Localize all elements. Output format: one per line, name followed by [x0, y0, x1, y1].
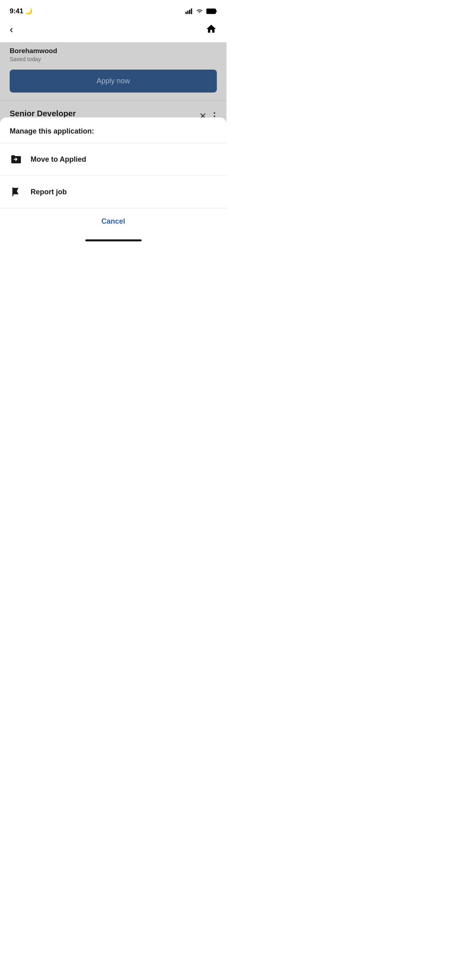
- report-job-icon: [10, 185, 23, 198]
- svg-rect-2: [189, 10, 190, 14]
- time-display: 9:41: [10, 7, 23, 15]
- svg-rect-3: [191, 8, 192, 14]
- cancel-label: Cancel: [101, 217, 125, 225]
- nav-bar: ‹: [0, 20, 226, 42]
- content-area: Borehamwood Saved today Apply now Senior…: [0, 42, 226, 245]
- status-icons: [185, 8, 217, 14]
- svg-rect-0: [185, 12, 187, 14]
- moon-icon: 🌙: [25, 8, 33, 15]
- svg-rect-5: [216, 10, 217, 12]
- partial-location: Borehamwood: [10, 47, 217, 55]
- home-button[interactable]: [206, 23, 217, 36]
- move-to-applied-label: Move to Applied: [31, 155, 86, 164]
- cancel-button[interactable]: Cancel: [0, 208, 226, 235]
- battery-icon: [206, 8, 217, 14]
- bottom-sheet: Manage this application: Move to Applied: [0, 117, 226, 235]
- wifi-icon: [196, 8, 203, 14]
- bottom-sheet-header: Manage this application:: [0, 117, 226, 143]
- home-icon: [206, 23, 217, 35]
- report-job-item[interactable]: Report job: [0, 176, 226, 208]
- apply-now-button-1[interactable]: Apply now: [10, 70, 217, 93]
- status-time: 9:41 🌙: [10, 7, 33, 15]
- home-bar: [0, 235, 226, 245]
- job-title: Senior Developer: [10, 109, 199, 118]
- partial-saved-text: Saved today: [10, 56, 217, 62]
- home-indicator: [85, 239, 142, 241]
- signal-icon: [185, 8, 193, 14]
- bottom-sheet-title: Manage this application:: [10, 127, 94, 135]
- move-to-applied-item[interactable]: Move to Applied: [0, 143, 226, 176]
- move-to-applied-icon: [10, 153, 23, 166]
- bottom-sheet-overlay: Manage this application: Move to Applied: [0, 117, 226, 245]
- back-button[interactable]: ‹: [10, 23, 13, 36]
- status-bar: 9:41 🌙: [0, 0, 226, 20]
- job-card-partial: Borehamwood Saved today Apply now: [0, 42, 226, 101]
- svg-rect-1: [187, 11, 189, 14]
- report-job-label: Report job: [31, 188, 67, 196]
- svg-rect-4: [206, 9, 216, 14]
